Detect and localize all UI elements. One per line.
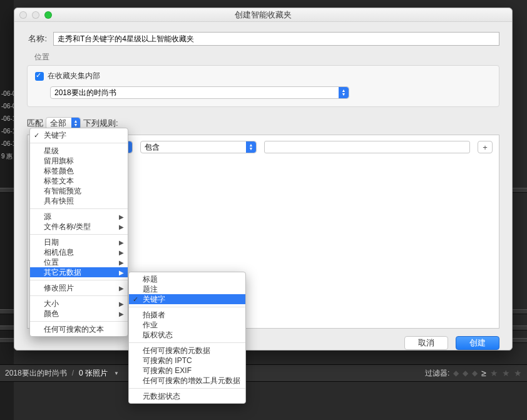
rule-field-menu-item[interactable]: 日期▶	[30, 237, 128, 247]
name-label: 名称:	[27, 33, 47, 44]
inside-collection-set-checkbox[interactable]	[35, 72, 44, 81]
other-metadata-menu-item[interactable]: 元数据状态	[129, 391, 245, 401]
submenu-arrow-icon: ▶	[119, 258, 124, 268]
other-metadata-submenu[interactable]: 标题题注✓关键字拍摄者作业版权状态任何可搜索的元数据可搜索的 IPTC可搜索的 …	[128, 272, 246, 404]
bg-date-item: -06-1	[0, 138, 14, 150]
submenu-arrow-icon: ▶	[119, 268, 124, 278]
other-metadata-menu-item[interactable]: 拍摄者	[129, 310, 245, 320]
rule-operator-value: 包含	[145, 142, 160, 153]
rule-field-menu-item[interactable]: 任何可搜索的文本	[30, 324, 128, 334]
other-metadata-menu-item[interactable]: 版权状态	[129, 330, 245, 340]
other-metadata-menu-item[interactable]: 标题	[129, 274, 245, 284]
rule-operator-select[interactable]: 包含 ▲▼	[140, 141, 257, 153]
location-select-value: 2018要出的时尚书	[54, 88, 116, 98]
filter-star-icon[interactable]: ★	[490, 368, 498, 378]
rule-field-menu-item[interactable]: 标签颜色	[30, 166, 128, 176]
rule-value-input[interactable]	[264, 141, 470, 153]
cancel-button[interactable]: 取消	[404, 336, 448, 350]
menu-item-label: 任何可搜索的元数据	[143, 346, 210, 355]
rule-field-menu-item[interactable]: 颜色▶	[30, 309, 128, 319]
filter-flag-icon[interactable]: ◆	[453, 369, 459, 377]
background-sidebar: -06-0-06-0-06-1-06-1-06-19 惠	[0, 0, 14, 420]
menu-separator	[30, 208, 128, 209]
bg-date-item: -06-1	[0, 113, 14, 125]
menu-item-label: 留用旗标	[44, 156, 74, 165]
menu-item-label: 标签颜色	[44, 166, 74, 175]
menu-item-label: 有智能预览	[44, 187, 81, 195]
menu-item-label: 标签文本	[44, 177, 74, 185]
chevron-down-icon[interactable]: ▼	[114, 371, 119, 376]
menu-separator	[30, 295, 128, 296]
menu-separator	[30, 280, 128, 280]
rule-field-menu-item[interactable]: 其它元数据▶	[30, 267, 128, 277]
menu-item-label: 星级	[44, 146, 59, 155]
menu-item-label: 其它元数据	[44, 268, 81, 277]
menu-item-label: 修改照片	[44, 284, 74, 292]
bg-date-item: -06-1	[0, 125, 14, 138]
rule-field-menu-item[interactable]: ✓关键字	[30, 130, 128, 140]
location-select[interactable]: 2018要出的时尚书 ▲▼	[50, 86, 349, 99]
check-icon: ✓	[34, 130, 39, 140]
submenu-arrow-icon: ▶	[119, 248, 124, 258]
rule-field-menu-item[interactable]: 有智能预览	[30, 186, 128, 196]
other-metadata-menu-item[interactable]: 题注	[129, 284, 245, 294]
window-zoom-button[interactable]	[44, 11, 52, 19]
bg-date-item: 9 惠	[0, 150, 14, 163]
menu-item-label: 相机信息	[44, 248, 74, 257]
check-icon: ✓	[133, 294, 138, 304]
rule-field-menu-item[interactable]: 位置▶	[30, 257, 128, 267]
add-rule-button[interactable]: +	[478, 141, 493, 153]
menu-separator	[129, 342, 245, 343]
cancel-button-label: 取消	[418, 337, 434, 349]
filter-flag-icon[interactable]: ◆	[472, 369, 478, 377]
menu-item-label: 日期	[44, 238, 59, 247]
submenu-arrow-icon: ▶	[119, 299, 124, 309]
dialog-title: 创建智能收藏夹	[14, 9, 512, 21]
other-metadata-menu-item[interactable]: ✓关键字	[129, 294, 245, 304]
filter-star-icon[interactable]: ★	[514, 368, 522, 378]
menu-item-label: 可搜索的 EXIF	[143, 366, 192, 375]
status-context[interactable]: 2018要出的时尚书	[5, 368, 67, 379]
rule-field-menu-item[interactable]: 大小▶	[30, 299, 128, 309]
filter-star-icon[interactable]: ★	[502, 368, 510, 378]
other-metadata-menu-item[interactable]: 任何可搜索的元数据	[129, 346, 245, 356]
menu-separator	[30, 321, 128, 322]
menu-item-label: 可搜索的 IPTC	[143, 356, 192, 365]
menu-item-label: 文件名称/类型	[44, 222, 91, 231]
rule-field-menu-item[interactable]: 留用旗标	[30, 156, 128, 166]
submenu-arrow-icon: ▶	[119, 309, 124, 319]
menu-item-label: 题注	[143, 285, 158, 294]
bg-date-item: -06-0	[0, 100, 14, 113]
filter-ge-icon[interactable]: ≥	[481, 368, 486, 378]
submenu-arrow-icon: ▶	[119, 284, 124, 294]
rule-field-menu-item[interactable]: 相机信息▶	[30, 247, 128, 257]
rule-field-menu-item[interactable]: 修改照片▶	[30, 283, 128, 293]
submenu-arrow-icon: ▶	[119, 222, 124, 232]
menu-item-label: 大小	[44, 299, 59, 308]
menu-separator	[129, 307, 245, 307]
rule-field-menu-item[interactable]: 文件名称/类型▶	[30, 222, 128, 232]
rule-field-menu-item[interactable]: 具有快照	[30, 196, 128, 206]
status-count: 0 张照片	[79, 368, 108, 379]
other-metadata-menu-item[interactable]: 可搜索的 EXIF	[129, 366, 245, 376]
rule-field-dropdown-menu[interactable]: ✓关键字星级留用旗标标签颜色标签文本有智能预览具有快照源▶文件名称/类型▶日期▶…	[29, 128, 128, 337]
window-minimize-button[interactable]	[32, 11, 39, 19]
other-metadata-menu-item[interactable]: 作业	[129, 320, 245, 330]
menu-item-label: 拍摄者	[143, 310, 165, 319]
rule-field-menu-item[interactable]: 源▶	[30, 212, 128, 222]
menu-separator	[129, 388, 245, 389]
filter-flag-icon[interactable]: ◆	[463, 369, 468, 377]
menu-item-label: 标题	[143, 275, 158, 284]
window-close-button[interactable]	[19, 11, 27, 19]
submenu-arrow-icon: ▶	[119, 212, 124, 222]
rule-field-menu-item[interactable]: 标签文本	[30, 176, 128, 186]
other-metadata-menu-item[interactable]: 可搜索的 IPTC	[129, 356, 245, 366]
menu-item-label: 源	[44, 212, 51, 221]
menu-item-label: 位置	[44, 258, 59, 267]
other-metadata-menu-item[interactable]: 任何可搜索的增效工具元数据	[129, 376, 245, 386]
dialog-titlebar: 创建智能收藏夹	[14, 8, 512, 22]
rule-field-menu-item[interactable]: 星级	[30, 146, 128, 156]
create-button-label: 创建	[469, 337, 486, 349]
create-button[interactable]: 创建	[456, 336, 499, 350]
name-input[interactable]	[53, 32, 499, 46]
